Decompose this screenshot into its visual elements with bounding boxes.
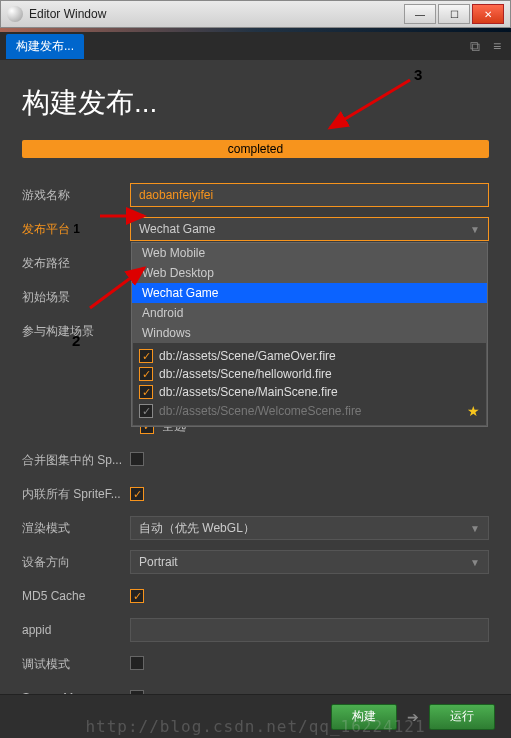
orientation-value: Portrait	[139, 555, 178, 569]
scene-path: db://assets/Scene/GameOver.fire	[159, 349, 336, 363]
platform-dropdown: Web Mobile Web Desktop Wechat Game Andro…	[131, 242, 488, 427]
chevron-down-icon: ▼	[470, 224, 480, 235]
close-button[interactable]: ✕	[472, 4, 504, 24]
label-md5: MD5 Cache	[22, 589, 130, 603]
inline-sf-checkbox[interactable]	[130, 487, 144, 501]
platform-select[interactable]: Wechat Game ▼ Web Mobile Web Desktop Wec…	[130, 217, 489, 241]
footer: 构建 ➔ 运行	[0, 694, 511, 738]
label-orientation: 设备方向	[22, 554, 130, 571]
progress-bar: completed	[22, 140, 489, 158]
md5-checkbox[interactable]	[130, 589, 144, 603]
orientation-select[interactable]: Portrait▼	[130, 550, 489, 574]
platform-option[interactable]: Windows	[132, 323, 487, 343]
run-button[interactable]: 运行	[429, 704, 495, 730]
scene-item[interactable]: db://assets/Scene/MainScene.fire	[139, 383, 480, 401]
scene-item[interactable]: db://assets/Scene/helloworld.fire	[139, 365, 480, 383]
label-merge-atlas: 合并图集中的 Sp...	[22, 452, 130, 469]
page-title: 构建发布...	[22, 84, 489, 122]
star-icon: ★	[467, 403, 480, 419]
checkbox-icon[interactable]	[139, 349, 153, 363]
tab-bar: 构建发布... ⧉ ≡	[0, 32, 511, 60]
minimize-button[interactable]: —	[404, 4, 436, 24]
window-controls: — ☐ ✕	[404, 4, 504, 24]
tab-label: 构建发布...	[16, 39, 74, 53]
render-mode-value: 自动（优先 WebGL）	[139, 520, 255, 537]
window-title: Editor Window	[29, 7, 106, 21]
annotation-2: 2	[72, 332, 80, 349]
menu-icon[interactable]: ≡	[489, 38, 505, 54]
annotation-1: 1	[73, 222, 80, 236]
run-label: 运行	[450, 708, 474, 725]
annotation-3: 3	[414, 66, 422, 83]
scene-path: db://assets/Scene/MainScene.fire	[159, 385, 338, 399]
label-platform: 发布平台 1	[22, 221, 130, 238]
platform-selected: Wechat Game	[139, 222, 215, 236]
scenes-list: db://assets/Scene/GameOver.fire db://ass…	[132, 343, 487, 426]
label-inline-sf: 内联所有 SpriteF...	[22, 486, 130, 503]
checkbox-icon[interactable]	[139, 367, 153, 381]
merge-atlas-checkbox[interactable]	[130, 452, 144, 466]
window-titlebar: Editor Window — ☐ ✕	[0, 0, 511, 28]
app-icon	[7, 6, 23, 22]
label-game-name: 游戏名称	[22, 187, 130, 204]
appid-input[interactable]	[130, 618, 489, 642]
checkbox-icon[interactable]	[139, 385, 153, 399]
label-debug: 调试模式	[22, 656, 130, 673]
tab-build[interactable]: 构建发布...	[6, 34, 84, 59]
content-pane: 构建发布... ⧉ ≡ 构建发布... completed 游戏名称 发布平台 …	[0, 28, 511, 738]
platform-option[interactable]: Android	[132, 303, 487, 323]
debug-checkbox[interactable]	[130, 656, 144, 670]
scene-item[interactable]: db://assets/Scene/GameOver.fire	[139, 347, 480, 365]
chevron-down-icon: ▼	[470, 557, 480, 568]
arrow-right-icon: ➔	[407, 709, 419, 725]
game-name-input[interactable]	[130, 183, 489, 207]
label-render-mode: 渲染模式	[22, 520, 130, 537]
label-publish-path: 发布路径	[22, 255, 130, 272]
chevron-down-icon: ▼	[470, 523, 480, 534]
popout-icon[interactable]: ⧉	[467, 38, 483, 54]
build-label: 构建	[352, 708, 376, 725]
maximize-button[interactable]: ☐	[438, 4, 470, 24]
checkbox-icon[interactable]	[139, 404, 153, 418]
render-mode-select[interactable]: 自动（优先 WebGL）▼	[130, 516, 489, 540]
build-button[interactable]: 构建	[331, 704, 397, 730]
platform-option[interactable]: Web Mobile	[132, 243, 487, 263]
scene-path: db://assets/Scene/helloworld.fire	[159, 367, 332, 381]
progress-label: completed	[228, 142, 283, 156]
platform-option[interactable]: Web Desktop	[132, 263, 487, 283]
platform-option-selected[interactable]: Wechat Game	[132, 283, 487, 303]
form-body: 构建发布... completed 游戏名称 发布平台 1 Wechat Gam…	[0, 60, 511, 713]
label-appid: appid	[22, 623, 130, 637]
label-initial-scene: 初始场景	[22, 289, 130, 306]
scene-item[interactable]: db://assets/Scene/WelcomeScene.fire★	[139, 401, 480, 421]
scene-path: db://assets/Scene/WelcomeScene.fire	[159, 404, 362, 418]
